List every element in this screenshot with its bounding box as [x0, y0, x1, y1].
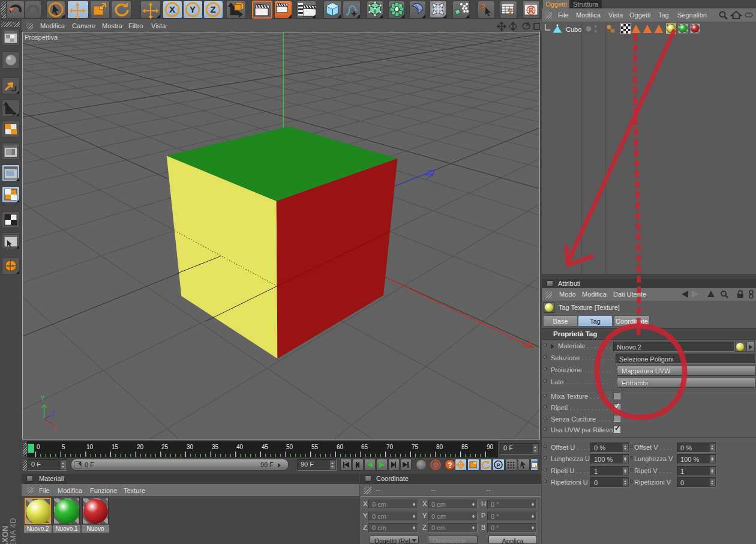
svg-text:25: 25 [161, 444, 169, 450]
svg-text:Y: Y [41, 395, 45, 402]
svg-text:15: 15 [112, 444, 119, 450]
svg-text:Cubo: Cubo [566, 26, 581, 33]
svg-text:X: X [169, 4, 175, 14]
svg-text:90: 90 [487, 444, 494, 450]
svg-text:35: 35 [212, 444, 219, 450]
svg-text:Z: Z [52, 411, 55, 417]
svg-text:20: 20 [137, 444, 144, 450]
svg-text:X: X [53, 426, 58, 433]
svg-text:55: 55 [311, 444, 319, 450]
svg-text:45: 45 [262, 444, 269, 450]
svg-text:80: 80 [436, 444, 443, 450]
svg-text:5: 5 [62, 444, 65, 450]
svg-text:?: ? [479, 2, 485, 13]
svg-text:0: 0 [37, 444, 40, 450]
svg-text:85: 85 [461, 444, 469, 450]
svg-text:70: 70 [386, 444, 394, 450]
svg-text:10: 10 [86, 444, 94, 450]
svg-text:30: 30 [187, 444, 194, 450]
svg-text:?: ? [508, 7, 513, 17]
svg-text:65: 65 [361, 444, 368, 450]
svg-text:75: 75 [412, 444, 419, 450]
svg-text:60: 60 [337, 444, 344, 450]
svg-text:P: P [497, 462, 500, 468]
svg-text:Z: Z [210, 4, 215, 14]
svg-text:Y: Y [190, 4, 196, 14]
svg-text:50: 50 [286, 444, 293, 450]
svg-text:40: 40 [236, 444, 244, 450]
